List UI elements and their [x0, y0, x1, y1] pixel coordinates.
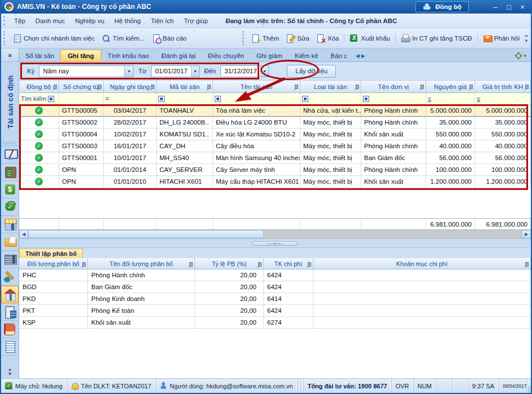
resize-grip-icon[interactable]: [527, 386, 531, 393]
pin-icon[interactable]: [354, 85, 360, 90]
sidebar-more-button[interactable]: »▾: [1, 366, 19, 378]
toolbar-button[interactable]: Chọn chi nhánh làm việc: [9, 34, 98, 43]
menu-item[interactable]: Trợ giúp: [179, 17, 213, 24]
menu-item[interactable]: Nghiệp vụ: [70, 17, 109, 24]
horizontal-scrollbar[interactable]: ◀ ▶: [19, 230, 531, 239]
table-row[interactable]: PKD Phòng Kinh doanh 20,00 6414: [19, 293, 531, 305]
drag-handle-icon[interactable]: [3, 16, 6, 26]
column-header-alloc-item[interactable]: Khoản mục chi phí: [313, 258, 531, 269]
tab[interactable]: Tính khấu hao: [101, 50, 156, 61]
toolbar-button[interactable]: In CT ghi tăng TSCĐ: [395, 34, 475, 43]
scrollbar-track[interactable]: [264, 230, 522, 238]
scrollbar-thumb[interactable]: [28, 230, 264, 238]
column-header-dep-value[interactable]: Giá trị tính KH: [475, 81, 531, 93]
column-header-alloc-object[interactable]: Đối tượng phân bổ: [19, 258, 88, 269]
column-header-date[interactable]: Ngày ghi tăng: [104, 81, 157, 93]
column-header-alloc-name[interactable]: Tên đối tượng phân bổ: [88, 258, 195, 269]
scroll-left-icon[interactable]: ◀: [19, 230, 28, 238]
grid-settings-button[interactable]: ▾: [510, 52, 531, 61]
toolbar-overflow-icon[interactable]: ••▾: [523, 34, 530, 43]
sidebar-module-button[interactable]: [1, 198, 19, 216]
toolbar-button[interactable]: Tìm kiếm...: [98, 34, 148, 43]
filter-cell[interactable]: [213, 93, 300, 105]
sidebar-module-button[interactable]: [1, 303, 19, 321]
column-header-asset-type[interactable]: Loại tài sản: [300, 81, 361, 93]
filter-cell[interactable]: [59, 93, 104, 105]
toolbar-button[interactable]: Báo cáo: [148, 34, 190, 43]
table-row[interactable]: PKT Phòng Kế toán 20,00 6424: [19, 305, 531, 317]
column-header-doc-no[interactable]: Số chứng từ: [59, 81, 104, 93]
sidebar-module-button[interactable]: [1, 251, 19, 268]
filter-cell[interactable]: [157, 93, 213, 105]
filter-icon[interactable]: [302, 96, 308, 102]
pin-icon[interactable]: [524, 85, 529, 90]
pin-icon[interactable]: [419, 85, 424, 90]
tab[interactable]: Ghi giảm: [250, 50, 289, 61]
toolbar-button[interactable]: Phản hồi: [477, 34, 523, 43]
drag-handle-icon[interactable]: [3, 31, 6, 45]
chevron-down-icon[interactable]: ▾: [260, 66, 268, 77]
toolbar-button[interactable]: Sửa: [282, 34, 313, 43]
tab-scroll-arrows[interactable]: ◀▶: [353, 53, 369, 61]
tab[interactable]: Ghi tăng: [60, 50, 101, 61]
pin-icon[interactable]: [206, 85, 211, 90]
table-row[interactable]: ✓ GTTS00001 10/01/2017 MH_SS40 Màn hình …: [19, 152, 531, 164]
pin-icon[interactable]: [188, 262, 193, 267]
load-data-button[interactable]: Lấy dữ liệu: [287, 65, 336, 78]
pin-icon[interactable]: [52, 85, 57, 90]
pin-icon[interactable]: [150, 85, 155, 90]
tab[interactable]: Đánh giá lại: [155, 50, 202, 61]
sidebar-module-button[interactable]: [1, 163, 19, 181]
filter-cell-lte[interactable]: ≤: [475, 93, 531, 105]
pin-icon[interactable]: [257, 262, 262, 267]
drag-handle-icon[interactable]: [242, 31, 245, 45]
column-header-alloc-rate[interactable]: Tỷ lệ PB (%): [195, 258, 264, 269]
sidebar-module-button[interactable]: [1, 286, 19, 303]
filter-cell[interactable]: [300, 93, 361, 105]
toolbar-button[interactable]: Xuất khẩu: [344, 34, 393, 43]
pin-icon[interactable]: [307, 262, 312, 267]
scroll-right-icon[interactable]: ▶: [522, 230, 531, 238]
pin-icon[interactable]: [81, 262, 86, 267]
minimize-button[interactable]: –: [491, 3, 499, 11]
toolbar-button[interactable]: Thêm: [248, 34, 282, 43]
sidebar-expand-button[interactable]: »: [1, 48, 19, 62]
sidebar-module-button[interactable]: [1, 216, 19, 233]
tab-allocation-setup[interactable]: Thiết lập phân bổ: [19, 249, 83, 258]
chevron-down-icon[interactable]: ▾: [191, 66, 199, 77]
tab[interactable]: Điều chuyển: [202, 50, 250, 61]
column-header-alloc-account[interactable]: TK chi phí: [264, 258, 313, 269]
column-header-sync[interactable]: Đồng bộ: [19, 81, 59, 93]
column-header-asset-code[interactable]: Mã tài sản: [157, 81, 213, 93]
table-row[interactable]: ✓ OPN 01/01/2010 HITACHI X601 Máy cẩu th…: [19, 176, 531, 188]
chevron-down-icon[interactable]: ▾: [124, 66, 133, 77]
tab[interactable]: Sổ tài sản: [19, 50, 60, 61]
menu-item[interactable]: Tiện ích: [146, 17, 179, 24]
pane-splitter[interactable]: • • • ▾ • • •: [19, 239, 531, 248]
sidebar-module-button[interactable]: [1, 321, 19, 338]
table-row[interactable]: ✓ GTTS00003 16/01/2017 CAY_DH Cây điều h…: [19, 140, 531, 152]
menu-item[interactable]: Tệp: [9, 17, 30, 24]
sync-button[interactable]: Đồng bộ: [415, 1, 469, 12]
period-select[interactable]: Năm nay ▾: [39, 65, 134, 77]
toolbar-button[interactable]: Xóa: [313, 34, 342, 43]
menu-item[interactable]: Hệ thống: [109, 17, 146, 24]
sidebar-module-button[interactable]: [1, 181, 19, 198]
column-header-cost[interactable]: Nguyên giá: [426, 81, 475, 93]
sidebar-module-button[interactable]: [1, 268, 19, 286]
table-row[interactable]: ✓ GTTS00002 28/02/2017 DH_LG 24000B.. Đi…: [19, 117, 531, 129]
table-row[interactable]: KSP Khối sản xuất 20,00 6274: [19, 317, 531, 329]
menu-item[interactable]: Danh mục: [30, 17, 70, 24]
filter-cell-lte[interactable]: ≤: [426, 93, 475, 105]
filter-icon[interactable]: [48, 96, 54, 102]
from-date-picker[interactable]: 01/01/2017 ▾: [151, 65, 200, 77]
table-row[interactable]: PHC Phòng Hành chính 20,00 6424: [19, 269, 531, 281]
sidebar-module-button[interactable]: [1, 146, 19, 163]
pin-icon[interactable]: [294, 85, 299, 90]
table-row[interactable]: ✓ OPN 01/01/2014 CAY_SERVER Cây Server m…: [19, 164, 531, 176]
close-button[interactable]: ×: [518, 3, 526, 11]
table-row[interactable]: ✓ GTTS00005 03/04/2017 TOANHALV Tòa nhà …: [19, 105, 531, 117]
table-row[interactable]: BGD Ban Giám đốc 20,00 6424: [19, 281, 531, 293]
filter-icon[interactable]: [363, 96, 369, 102]
pin-icon[interactable]: [97, 85, 102, 90]
